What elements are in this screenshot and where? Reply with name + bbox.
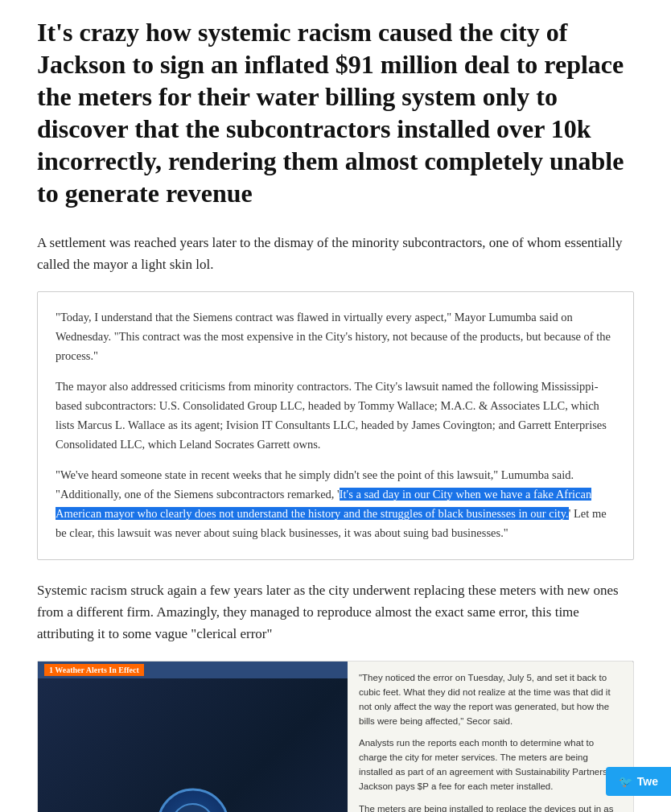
page-content: It's crazy how systemic racism caused th…	[0, 0, 671, 812]
news-screenshot: 1 Weather Alerts In Effect JACKSON WATER	[37, 661, 634, 812]
news-text-right: "They noticed the error on Tuesday, July…	[348, 662, 633, 812]
tweet-button[interactable]: 🐦 Twe	[606, 767, 671, 796]
jackson-water-logo: JACKSON WATER	[157, 789, 229, 812]
quote-paragraph-1: "Today, I understand that the Siemens co…	[56, 308, 615, 366]
twitter-icon: 🐦	[619, 775, 632, 788]
intro-paragraph: A settlement was reached years later to …	[37, 232, 634, 275]
body-paragraph: Systemic racism struck again a few years…	[37, 579, 634, 645]
tweet-button-label: Twe	[637, 775, 658, 788]
article-p1: "They noticed the error on Tuesday, July…	[359, 671, 622, 728]
main-headline: It's crazy how systemic racism caused th…	[37, 16, 634, 209]
article-p3: The meters are being installed to replac…	[359, 802, 622, 812]
weather-alert-badge: 1 Weather Alerts In Effect	[44, 664, 144, 676]
news-screenshot-inner: 1 Weather Alerts In Effect JACKSON WATER	[38, 662, 633, 812]
news-video-left: 1 Weather Alerts In Effect JACKSON WATER	[38, 662, 348, 812]
jackson-water-circle: JACKSON WATER	[157, 789, 229, 812]
news-banner-top: 1 Weather Alerts In Effect	[38, 662, 348, 678]
mississippi-seal-icon: JACKSON WATER	[171, 802, 215, 812]
quote-paragraph-3: "We've heard someone state in recent wee…	[56, 466, 615, 543]
quote-paragraph-2: The mayor also addressed criticisms from…	[56, 377, 615, 455]
article-p2: Analysts run the reports each month to d…	[359, 736, 622, 793]
quote-block: "Today, I understand that the Siemens co…	[37, 291, 634, 559]
svg-point-0	[172, 804, 214, 812]
